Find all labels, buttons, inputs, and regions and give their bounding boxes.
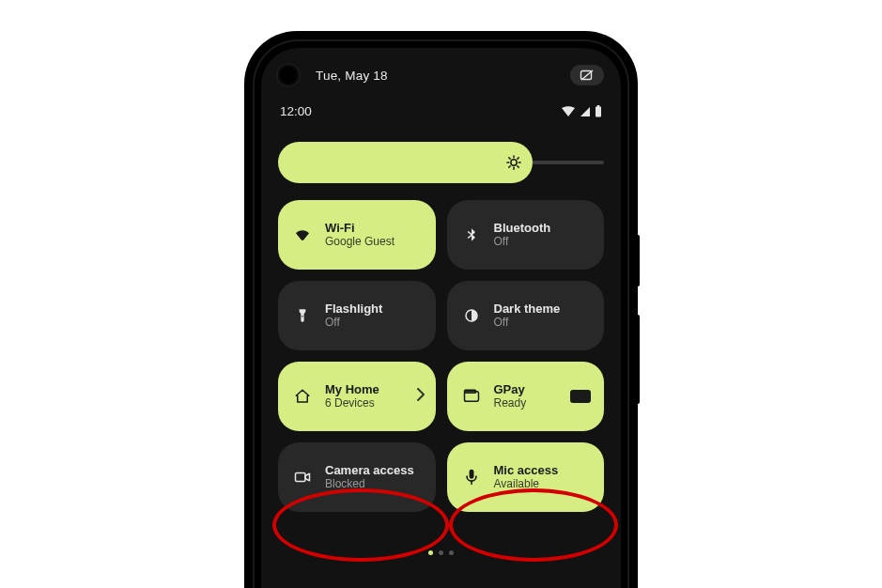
gpay-tile[interactable]: GPay Ready [447,362,605,431]
page-dots [261,550,621,555]
quick-settings-tiles: Wi-Fi Google Guest Bluetooth Off [278,200,604,512]
front-camera-hole [278,65,299,85]
tile-subtitle: Available [494,478,559,491]
payment-card-icon [570,390,591,403]
wallet-icon [460,389,483,404]
tile-title: Dark theme [494,302,561,317]
tile-subtitle: Off [494,317,561,330]
svg-line-9 [508,158,509,159]
battery-status-icon [595,105,602,117]
brightness-slider[interactable] [278,142,604,183]
mic-access-tile[interactable]: Mic access Available [447,442,605,512]
flashlight-icon [291,307,314,324]
tile-subtitle: Off [325,317,382,330]
flashlight-tile[interactable]: Flashlight Off [278,281,436,350]
wifi-icon [291,226,314,243]
tile-subtitle: Off [494,236,551,249]
chevron-right-icon [417,388,425,405]
tile-subtitle: Google Guest [325,236,395,249]
phone-screen: Tue, May 18 12:00 [261,48,621,588]
tile-title: GPay [494,383,527,397]
tile-subtitle: Ready [494,397,527,410]
signal-status-icon [580,106,591,117]
screenshot-off-icon [580,70,595,81]
dark-theme-tile[interactable]: Dark theme Off [447,281,605,350]
tile-title: Flashlight [325,302,382,317]
power-button [636,235,640,286]
svg-line-11 [508,166,509,167]
dark-theme-icon [460,307,483,324]
tile-subtitle: 6 Devices [325,397,379,410]
page-dot-active [428,550,433,555]
bluetooth-tile[interactable]: Bluetooth Off [447,200,605,270]
svg-rect-3 [597,105,600,107]
bluetooth-icon [460,226,483,243]
svg-rect-17 [469,470,473,479]
status-icons [561,105,602,117]
brightness-icon [504,153,523,172]
svg-rect-2 [596,107,601,117]
status-time: 12:00 [280,104,312,118]
svg-point-4 [511,160,517,165]
tile-title: Wi-Fi [325,222,395,236]
page-dot [449,550,454,555]
phone-frame: Tue, May 18 12:00 [246,33,636,588]
svg-line-12 [518,158,518,159]
tile-title: Camera access [325,464,414,478]
svg-rect-16 [296,473,306,482]
brightness-fill [278,142,533,183]
screen-record-chip[interactable] [570,65,604,85]
camera-access-tile[interactable]: Camera access Blocked [278,442,436,512]
tile-title: Mic access [494,464,559,478]
microphone-icon [460,469,483,486]
volume-rocker [636,315,640,404]
svg-line-10 [518,166,518,167]
home-icon [291,388,314,405]
camera-icon [291,471,314,484]
wifi-status-icon [561,106,576,117]
page-dot [439,550,443,555]
home-tile[interactable]: My Home 6 Devices [278,362,436,431]
wifi-tile[interactable]: Wi-Fi Google Guest [278,200,436,270]
tile-title: My Home [325,383,379,397]
status-date: Tue, May 18 [316,69,388,83]
tile-subtitle: Blocked [325,478,414,491]
tile-title: Bluetooth [494,222,551,236]
